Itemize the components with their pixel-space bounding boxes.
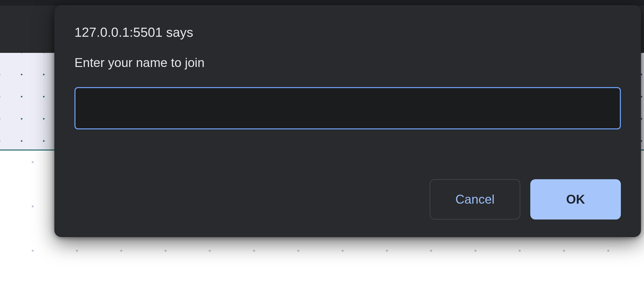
prompt-input[interactable] xyxy=(74,87,621,129)
dialog-message: Enter your name to join xyxy=(74,55,621,70)
javascript-prompt-dialog: 127.0.0.1:5501 says Enter your name to j… xyxy=(54,5,641,237)
dialog-button-row: Cancel OK xyxy=(74,179,621,219)
browser-top-chrome xyxy=(0,0,644,6)
dialog-origin-title: 127.0.0.1:5501 says xyxy=(74,25,621,40)
ok-button[interactable]: OK xyxy=(530,179,621,219)
cancel-button[interactable]: Cancel xyxy=(430,179,520,219)
